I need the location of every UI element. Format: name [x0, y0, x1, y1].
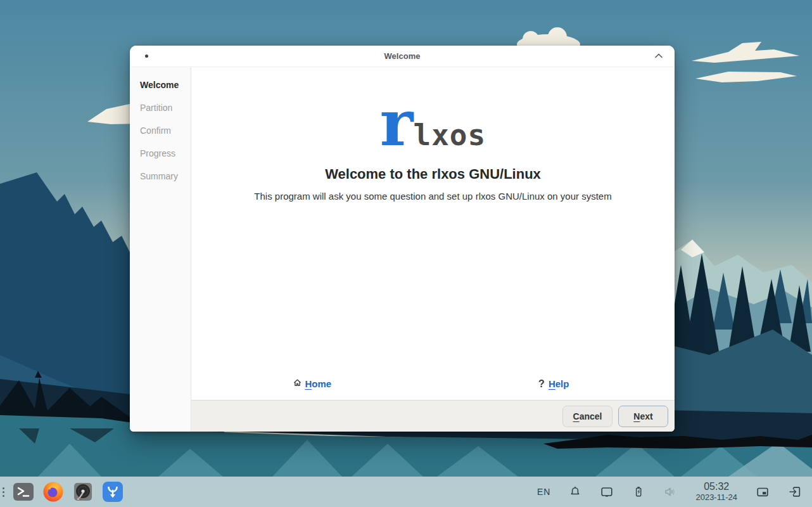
taskbar-right: EN [537, 481, 812, 502]
disks-app-icon[interactable] [72, 480, 94, 503]
logout-exit-icon[interactable] [788, 485, 802, 499]
help-link-container: ? Help [433, 378, 675, 390]
language-indicator[interactable]: EN [537, 487, 550, 497]
software-installer-app-icon[interactable] [101, 480, 124, 503]
home-link[interactable]: Home [305, 378, 331, 389]
firefox-app-icon[interactable] [42, 480, 65, 503]
rlxos-logo: r lxos [191, 94, 675, 155]
sidebar-item-welcome: Welcome [130, 74, 191, 96]
workspaces-display-icon[interactable] [600, 485, 614, 499]
rlxos-logo-r: r [380, 94, 414, 152]
home-icon [293, 378, 302, 390]
question-mark-icon: ? [538, 378, 545, 390]
page-title: Welcome to the rlxos GNU/Linux [191, 166, 675, 183]
window-menu-dot[interactable] [145, 55, 148, 58]
taskbar: EN [0, 477, 812, 507]
notifications-bell-icon[interactable] [569, 485, 581, 498]
page-column: r lxos Welcome to the rlxos GNU/Linux Th… [191, 67, 675, 432]
page-subtitle: This program will ask you some question … [191, 191, 675, 202]
clock-date: 2023-11-24 [695, 493, 737, 503]
window-title: Welcome [384, 51, 421, 61]
sidebar-item-summary: Summary [130, 165, 191, 188]
sidebar-item-progress: Progress [130, 142, 191, 165]
taskbar-left [0, 480, 124, 503]
welcome-page: r lxos Welcome to the rlxos GNU/Linux Th… [191, 67, 675, 400]
chevron-up-icon[interactable] [653, 50, 664, 61]
sidebar-item-confirm: Confirm [130, 119, 191, 142]
titlebar: Welcome [130, 46, 675, 67]
links-row: Home ? Help [191, 378, 675, 390]
taskbar-grip-icon[interactable] [2, 487, 5, 497]
rlxos-logo-text: lxos [413, 118, 486, 152]
next-button[interactable]: Next [618, 406, 668, 427]
clock[interactable]: 05:32 2023-11-24 [695, 481, 737, 502]
terminal-app-icon[interactable] [12, 480, 35, 503]
picture-in-picture-icon[interactable] [756, 485, 770, 499]
volume-muted-icon[interactable] [663, 485, 677, 499]
assistant-sidebar: Welcome Partition Confirm Progress Summa… [130, 67, 191, 432]
clock-time: 05:32 [695, 481, 737, 492]
cancel-button[interactable]: Cancel [562, 406, 612, 427]
action-bar: Cancel Next [191, 400, 675, 432]
battery-charging-icon[interactable] [632, 485, 645, 499]
sidebar-item-partition: Partition [130, 96, 191, 119]
home-link-container: Home [191, 378, 433, 390]
help-link[interactable]: Help [549, 378, 569, 389]
window-body: Welcome Partition Confirm Progress Summa… [130, 67, 675, 432]
installer-window: Welcome Welcome Partition Confirm Progre… [130, 46, 675, 432]
